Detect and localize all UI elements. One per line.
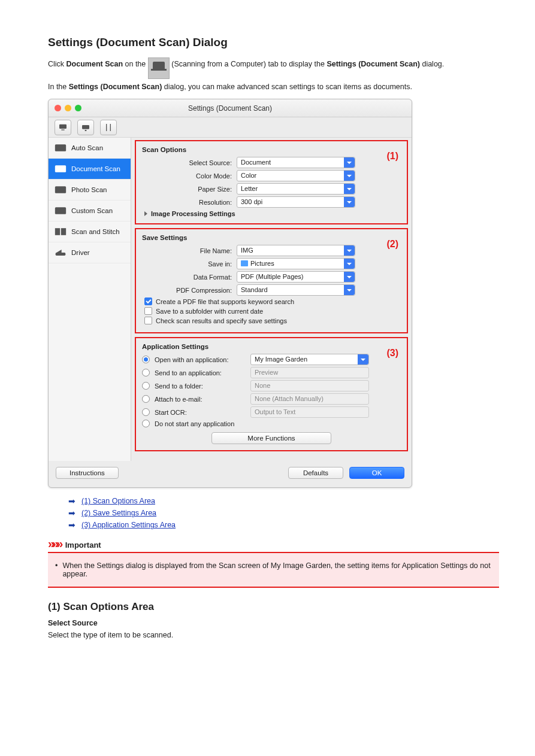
svg-rect-6 (55, 145, 66, 152)
important-box: When the Settings dialog is displayed fr… (48, 552, 499, 588)
image-processing-disclosure[interactable]: Image Processing Settings (144, 210, 401, 217)
tab-general-settings[interactable] (100, 120, 117, 135)
svg-rect-5 (110, 124, 111, 131)
intro-paragraph: Click Document Scan on the (Scanning fro… (48, 54, 499, 75)
pdfcomp-label: PDF Compression: (142, 287, 237, 294)
more-functions-button[interactable]: More Functions (211, 432, 331, 444)
arrow-icon: ➡ (68, 496, 75, 506)
svg-rect-10 (55, 229, 60, 236)
sidebar-item-document-scan[interactable]: Document Scan (49, 159, 131, 180)
chk-subfolder-date[interactable]: Save to a subfolder with current date (144, 307, 401, 315)
no-app-label: Do not start any application (155, 420, 234, 427)
send-to-app-label: Send to an application: (155, 369, 250, 377)
important-heading: Important (65, 541, 101, 549)
link-scan-options-area[interactable]: (1) Scan Options Area (81, 497, 155, 505)
arrow-icon: ➡ (68, 508, 75, 518)
svg-rect-1 (61, 129, 64, 130)
filename-field[interactable]: IMG (237, 245, 355, 256)
sidebar-item-driver[interactable]: Driver (49, 242, 131, 263)
application-settings-section: (3) Application Settings Open with an ap… (135, 337, 408, 451)
open-with-app-dropdown[interactable]: My Image Garden (250, 354, 369, 365)
sidebar-item-custom-scan[interactable]: Custom Scan (49, 201, 131, 221)
radio-send-to-app[interactable] (142, 369, 150, 377)
scan-options-section: (1) Scan Options Select Source: Document… (135, 140, 408, 224)
zoom-icon[interactable] (75, 105, 81, 111)
dataformat-dropdown[interactable]: PDF (Multiple Pages) (237, 271, 355, 283)
start-ocr-label: Start OCR: (155, 409, 250, 416)
page-title: Settings (Document Scan) Dialog (48, 36, 499, 49)
section-heading-scan-options: (1) Scan Options Area (48, 601, 499, 613)
paper-size-label: Paper Size: (142, 186, 237, 193)
svg-rect-7 (55, 166, 66, 173)
resolution-label: Resolution: (142, 199, 237, 206)
description-paragraph: In the Settings (Document Scan) dialog, … (48, 81, 499, 93)
send-to-folder-dropdown: None (250, 380, 369, 391)
svg-rect-2 (82, 125, 89, 129)
tab-scan-from-computer[interactable] (55, 120, 71, 135)
scan-options-title: Scan Options (142, 146, 401, 153)
arrow-icon: ➡ (68, 520, 75, 530)
sidebar-item-scan-and-stitch[interactable]: Scan and Stitch (49, 221, 131, 242)
link-application-settings-area[interactable]: (3) Application Settings Area (81, 521, 176, 529)
svg-rect-0 (59, 125, 67, 129)
scan-from-computer-icon (148, 57, 170, 79)
send-to-app-dropdown: Preview (250, 367, 369, 378)
sidebar-item-photo-scan[interactable]: Photo Scan (49, 180, 131, 201)
send-to-folder-label: Send to a folder: (155, 382, 250, 390)
svg-rect-11 (61, 229, 66, 236)
svg-rect-9 (55, 208, 66, 215)
savein-dropdown[interactable]: Pictures (237, 258, 355, 269)
open-with-app-label: Open with an application: (155, 356, 250, 363)
disclosure-triangle-icon (144, 211, 147, 216)
important-chevrons-icon: »»» (48, 537, 61, 550)
radio-attach-email[interactable] (142, 395, 150, 403)
chk-keyword-search[interactable]: Create a PDF file that supports keyword … (144, 297, 401, 305)
radio-no-app[interactable] (142, 420, 150, 427)
attach-email-label: Attach to e-mail: (155, 396, 250, 403)
dataformat-label: Data Format: (142, 274, 237, 281)
marker-2: (2) (386, 239, 398, 250)
instructions-button[interactable]: Instructions (56, 467, 119, 479)
ok-button[interactable]: OK (349, 467, 404, 479)
color-mode-label: Color Mode: (142, 172, 237, 180)
resolution-dropdown[interactable]: 300 dpi (237, 196, 355, 208)
marker-3: (3) (386, 348, 398, 359)
field-select-source: Select Source Select the type of item to… (48, 618, 499, 641)
tab-scan-from-panel[interactable] (77, 120, 94, 135)
paper-size-dropdown[interactable]: Letter (237, 183, 355, 195)
color-mode-dropdown[interactable]: Color (237, 170, 355, 181)
attach-email-dropdown: None (Attach Manually) (250, 393, 369, 405)
app-settings-title: Application Settings (142, 343, 401, 350)
svg-rect-12 (56, 253, 66, 256)
pdfcomp-dropdown[interactable]: Standard (237, 284, 355, 296)
toolbar (49, 117, 412, 138)
savein-label: Save in: (142, 260, 237, 268)
titlebar: Settings (Document Scan) (49, 99, 412, 117)
close-icon[interactable] (55, 105, 61, 111)
settings-window: Settings (Document Scan) Auto Scan Docum… (48, 99, 412, 488)
svg-rect-3 (85, 130, 87, 131)
radio-start-ocr[interactable] (142, 408, 150, 416)
sidebar-item-auto-scan[interactable]: Auto Scan (49, 138, 131, 159)
save-settings-section: (2) Save Settings File Name: IMG Save in… (135, 228, 408, 333)
checkbox-icon (144, 297, 152, 305)
minimize-icon[interactable] (65, 105, 71, 111)
checkbox-icon (144, 317, 152, 324)
svg-rect-8 (55, 187, 66, 194)
select-source-label: Select Source: (142, 159, 237, 166)
filename-label: File Name: (142, 247, 237, 254)
link-save-settings-area[interactable]: (2) Save Settings Area (81, 509, 156, 517)
start-ocr-dropdown: Output to Text (250, 406, 369, 418)
important-text: When the Settings dialog is displayed fr… (55, 561, 492, 578)
marker-1: (1) (386, 151, 398, 162)
radio-open-with-app[interactable] (142, 356, 150, 363)
defaults-button[interactable]: Defaults (288, 467, 343, 479)
window-title: Settings (Document Scan) (49, 104, 412, 113)
folder-icon (241, 260, 248, 266)
checkbox-icon (144, 307, 152, 315)
radio-send-to-folder[interactable] (142, 382, 150, 390)
chk-check-results[interactable]: Check scan results and specify save sett… (144, 317, 401, 324)
sidebar: Auto Scan Document Scan Photo Scan Custo… (49, 138, 131, 461)
select-source-dropdown[interactable]: Document (237, 157, 355, 168)
save-settings-title: Save Settings (142, 234, 401, 241)
